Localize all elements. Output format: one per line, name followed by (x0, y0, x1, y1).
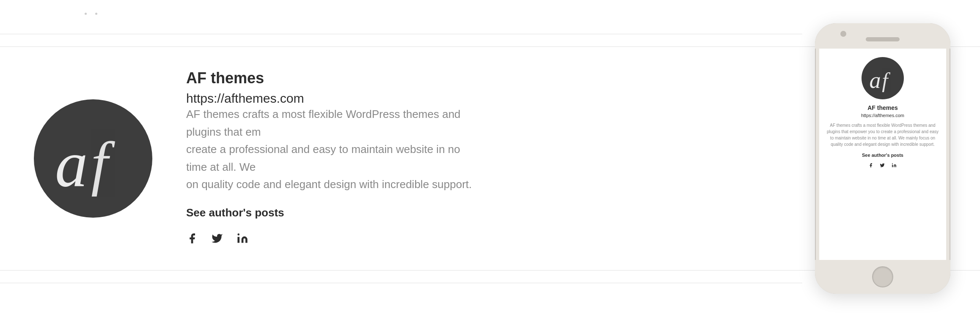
phone-af-logo-svg: a f (868, 65, 897, 92)
phone-speaker (866, 37, 900, 41)
author-info: AF themes https://afthemes.com AF themes… (186, 69, 482, 248)
phone-facebook-icon (868, 163, 873, 169)
decorative-dots (85, 13, 97, 15)
phone-socials (868, 163, 897, 169)
linkedin-icon[interactable] (236, 232, 249, 248)
af-logo-svg: a f (51, 120, 135, 197)
author-section: a f AF themes https://afthemes.com AF th… (0, 34, 802, 283)
svg-text:f: f (91, 129, 115, 197)
author-website[interactable]: https://afthemes.com (186, 91, 304, 105)
phone-screen: a f AF themes https://afthemes.com AF th… (819, 49, 946, 260)
dot-1 (85, 13, 87, 15)
phone-author-name: AF themes (867, 104, 898, 111)
phone-af-logo: a f (862, 57, 904, 99)
svg-text:a: a (870, 68, 881, 92)
twitter-icon[interactable] (211, 232, 223, 248)
phone-mockup: a f AF themes https://afthemes.com AF th… (815, 23, 950, 294)
dot-2 (95, 13, 97, 15)
phone-bottom-bar (815, 260, 950, 294)
phone-twitter-icon (879, 163, 885, 169)
author-posts-link[interactable]: See author's posts (186, 206, 482, 219)
phone-author-bio: AF themes crafts a most flexible WordPre… (826, 122, 940, 148)
svg-text:f: f (882, 68, 890, 92)
phone-camera (840, 31, 846, 37)
phone-posts-link: See author's posts (862, 153, 903, 158)
phone-author-url: https://afthemes.com (861, 113, 904, 118)
phone-top-bar (815, 23, 950, 49)
svg-text:a: a (55, 128, 88, 197)
page-wrapper: a f AF themes https://afthemes.com AF th… (0, 0, 980, 317)
author-socials (186, 232, 482, 248)
author-name: AF themes (186, 69, 482, 87)
svg-point-5 (892, 163, 893, 164)
author-avatar: a f (34, 99, 152, 218)
facebook-icon[interactable] (186, 232, 198, 248)
phone-section: a f AF themes https://afthemes.com AF th… (802, 0, 980, 317)
svg-point-2 (237, 233, 239, 235)
phone-home-button (872, 266, 893, 287)
author-bio: AF themes crafts a most flexible WordPre… (186, 106, 482, 194)
af-logo: a f (34, 99, 152, 218)
phone-linkedin-icon (891, 163, 897, 169)
